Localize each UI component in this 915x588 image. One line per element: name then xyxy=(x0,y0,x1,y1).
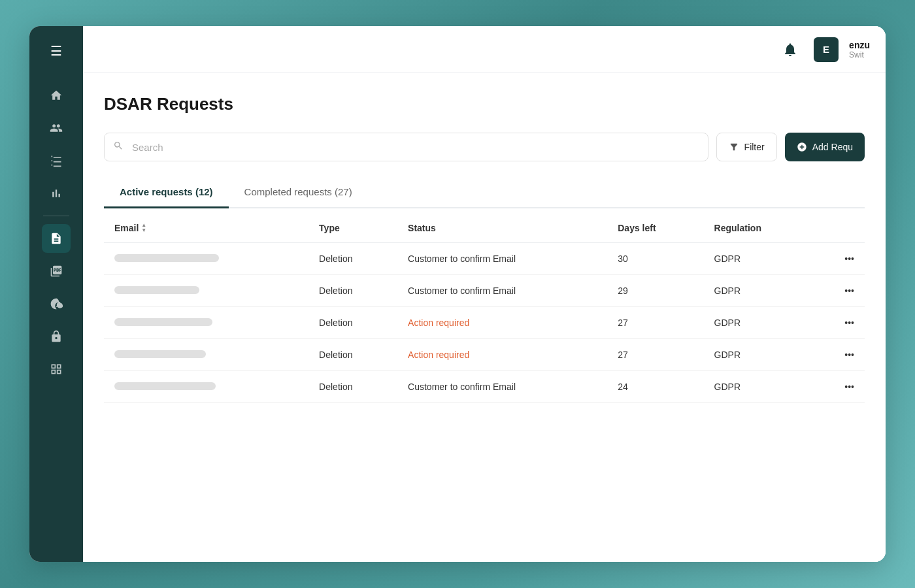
cell-email xyxy=(104,275,308,307)
cell-days-left: 30 xyxy=(607,243,703,275)
app-window: ☰ xyxy=(29,26,886,562)
search-input-wrap xyxy=(104,133,708,161)
hamburger-button[interactable]: ☰ xyxy=(46,39,66,63)
cell-email xyxy=(104,371,308,403)
user-avatar[interactable]: E xyxy=(814,37,839,62)
col-days-left: Days left xyxy=(607,214,703,243)
table-row: DeletionCustomer to confirm Email29GDPR•… xyxy=(104,275,865,307)
col-type: Type xyxy=(308,214,397,243)
tab-active-requests[interactable]: Active requests (12) xyxy=(104,177,229,208)
cell-status: Action required xyxy=(397,339,607,371)
cell-row-menu[interactable]: ••• xyxy=(815,307,865,339)
status-normal: Customer to confirm Email xyxy=(408,286,516,296)
table-row: DeletionCustomer to confirm Email24GDPR•… xyxy=(104,371,865,403)
active-count: (12) xyxy=(195,186,213,197)
cell-row-menu[interactable]: ••• xyxy=(815,339,865,371)
table-row: DeletionAction required27GDPR••• xyxy=(104,307,865,339)
tabs-row: Active requests (12) Completed requests … xyxy=(104,177,865,208)
cell-regulation: GDPR xyxy=(704,243,815,275)
email-sort[interactable]: Email ▲▼ xyxy=(114,223,146,233)
requests-table: Email ▲▼ Type Status Days left Regulatio… xyxy=(104,214,865,403)
cell-type: Deletion xyxy=(308,371,397,403)
sidebar-item-tasks[interactable] xyxy=(42,146,71,175)
search-input[interactable] xyxy=(104,133,708,161)
header: E enzu Swit xyxy=(83,26,886,73)
filter-label: Filter xyxy=(744,142,765,152)
cell-status: Action required xyxy=(397,307,607,339)
filter-button[interactable]: Filter xyxy=(716,133,777,161)
cell-email xyxy=(104,307,308,339)
col-status: Status xyxy=(397,214,607,243)
user-info: enzu Swit xyxy=(849,40,870,59)
cell-regulation: GDPR xyxy=(704,275,815,307)
sidebar-divider xyxy=(43,216,69,216)
status-action-required: Action required xyxy=(408,318,469,328)
sidebar-item-security[interactable] xyxy=(42,322,71,351)
table-wrap: Email ▲▼ Type Status Days left Regulatio… xyxy=(104,208,865,403)
cell-days-left: 29 xyxy=(607,275,703,307)
search-icon xyxy=(113,140,124,154)
email-placeholder xyxy=(114,286,199,294)
email-placeholder xyxy=(114,382,216,390)
col-actions xyxy=(815,214,865,243)
sidebar-item-analytics[interactable] xyxy=(42,179,71,208)
sidebar-item-cookies[interactable] xyxy=(42,289,71,318)
search-filter-row: Filter Add Requ xyxy=(104,133,865,161)
table-row: DeletionCustomer to confirm Email30GDPR•… xyxy=(104,243,865,275)
add-request-label: Add Requ xyxy=(812,142,853,152)
sidebar-item-document[interactable] xyxy=(42,257,71,286)
sidebar-item-users[interactable] xyxy=(42,114,71,142)
completed-count: (27) xyxy=(335,186,352,197)
cell-type: Deletion xyxy=(308,275,397,307)
sidebar-item-home[interactable] xyxy=(42,81,71,110)
cell-status: Customer to confirm Email xyxy=(397,243,607,275)
col-email[interactable]: Email ▲▼ xyxy=(104,214,308,243)
cell-status: Customer to confirm Email xyxy=(397,275,607,307)
status-normal: Customer to confirm Email xyxy=(408,253,516,264)
cell-days-left: 27 xyxy=(607,339,703,371)
table-row: DeletionAction required27GDPR••• xyxy=(104,339,865,371)
notification-bell[interactable] xyxy=(777,37,803,63)
tab-completed-requests[interactable]: Completed requests (27) xyxy=(229,177,368,208)
sidebar-item-dsar[interactable] xyxy=(42,224,71,253)
main-content: E enzu Swit DSAR Requests Filter xyxy=(83,26,886,562)
col-regulation: Regulation xyxy=(704,214,815,243)
add-request-button[interactable]: Add Requ xyxy=(785,133,865,161)
email-placeholder xyxy=(114,350,206,358)
switch-label: Swit xyxy=(849,50,870,59)
cell-type: Deletion xyxy=(308,307,397,339)
cell-row-menu[interactable]: ••• xyxy=(815,243,865,275)
cell-row-menu[interactable]: ••• xyxy=(815,371,865,403)
status-normal: Customer to confirm Email xyxy=(408,382,516,392)
cell-status: Customer to confirm Email xyxy=(397,371,607,403)
cell-regulation: GDPR xyxy=(704,339,815,371)
cell-days-left: 24 xyxy=(607,371,703,403)
cell-row-menu[interactable]: ••• xyxy=(815,275,865,307)
page-body: DSAR Requests Filter Add Requ xyxy=(83,73,886,562)
cell-days-left: 27 xyxy=(607,307,703,339)
cell-email xyxy=(104,243,308,275)
sidebar: ☰ xyxy=(29,26,83,562)
cell-email xyxy=(104,339,308,371)
cell-regulation: GDPR xyxy=(704,307,815,339)
status-action-required: Action required xyxy=(408,350,469,360)
cell-type: Deletion xyxy=(308,243,397,275)
email-placeholder xyxy=(114,318,212,326)
username: enzu xyxy=(849,40,870,50)
cell-regulation: GDPR xyxy=(704,371,815,403)
page-title: DSAR Requests xyxy=(104,94,865,114)
cell-type: Deletion xyxy=(308,339,397,371)
email-placeholder xyxy=(114,254,219,262)
sidebar-item-grid[interactable] xyxy=(42,355,71,384)
